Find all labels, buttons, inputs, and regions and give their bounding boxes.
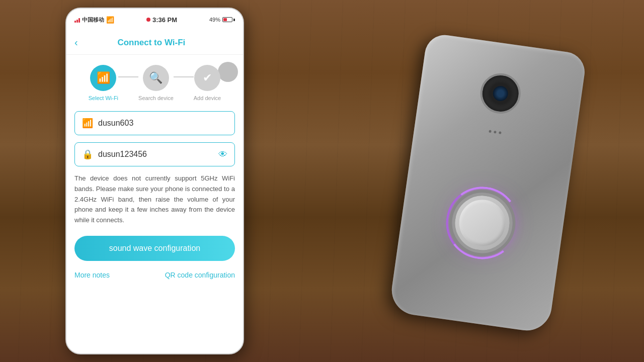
status-right: 49% bbox=[209, 17, 235, 23]
wifi-icon: 📶 bbox=[82, 118, 93, 129]
step3-label: Add device bbox=[194, 95, 221, 101]
wifi-icon-status: 📶 bbox=[106, 16, 114, 24]
app-content: ‹ Connect to Wi-Fi 📶 Select Wi-Fi 🔍 Sear… bbox=[66, 31, 243, 353]
step2-label: Search device bbox=[138, 95, 174, 101]
wifi-name-value: dusun603 bbox=[98, 119, 227, 128]
status-left: 中国移动 📶 bbox=[74, 16, 114, 24]
info-text: The device does not currently support 5G… bbox=[74, 173, 235, 226]
more-notes-link[interactable]: More notes bbox=[74, 271, 110, 279]
step2-circle: 🔍 bbox=[143, 65, 169, 91]
show-password-icon[interactable]: 👁 bbox=[218, 149, 227, 160]
status-bar: 中国移动 📶 3:36 PM 49% bbox=[66, 9, 243, 31]
step-2: 🔍 Search device bbox=[138, 65, 174, 101]
steps-container: 📶 Select Wi-Fi 🔍 Search device ✔ Add dev… bbox=[66, 55, 243, 111]
battery-indicator bbox=[222, 17, 235, 22]
password-value: dusun123456 bbox=[98, 150, 213, 159]
phone-mockup: 中国移动 📶 3:36 PM 49% ‹ bbox=[65, 8, 244, 354]
status-center: 3:36 PM bbox=[146, 16, 177, 24]
doorbell-speaker bbox=[489, 130, 501, 134]
bottom-links: More notes QR code configuration bbox=[74, 271, 235, 287]
step-3: ✔ Add device bbox=[194, 65, 221, 101]
connector-2-3 bbox=[174, 76, 194, 77]
carrier-label: 中国移动 bbox=[82, 16, 104, 24]
connector-1-2 bbox=[118, 76, 138, 77]
page-title: Connect to Wi-Fi bbox=[82, 38, 221, 48]
sound-wave-button[interactable]: sound wave configuration bbox=[74, 236, 235, 261]
password-field[interactable]: 🔒 dusun123456 👁 bbox=[74, 142, 235, 166]
battery-percent: 49% bbox=[209, 17, 220, 23]
wifi-name-field[interactable]: 📶 dusun603 bbox=[74, 111, 235, 135]
step3-circle: ✔ bbox=[194, 65, 220, 91]
time-label: 3:36 PM bbox=[152, 16, 177, 24]
doorbell-camera bbox=[478, 71, 523, 116]
phone-body: 中国移动 📶 3:36 PM 49% ‹ bbox=[65, 8, 244, 354]
step-1: 📶 Select Wi-Fi bbox=[89, 65, 118, 101]
doorbell-device-area bbox=[342, 10, 604, 352]
step1-circle: 📶 bbox=[90, 65, 116, 91]
doorbell-body bbox=[388, 33, 587, 334]
form-area: 📶 dusun603 🔒 dusun123456 👁 The device do… bbox=[66, 111, 243, 353]
qr-code-link[interactable]: QR code configuration bbox=[165, 271, 235, 279]
status-dot bbox=[146, 18, 150, 22]
signal-bars bbox=[74, 17, 80, 23]
back-button[interactable]: ‹ bbox=[74, 37, 78, 48]
step1-label: Select Wi-Fi bbox=[89, 95, 118, 101]
lock-icon: 🔒 bbox=[82, 149, 93, 160]
app-header: ‹ Connect to Wi-Fi bbox=[66, 31, 243, 55]
